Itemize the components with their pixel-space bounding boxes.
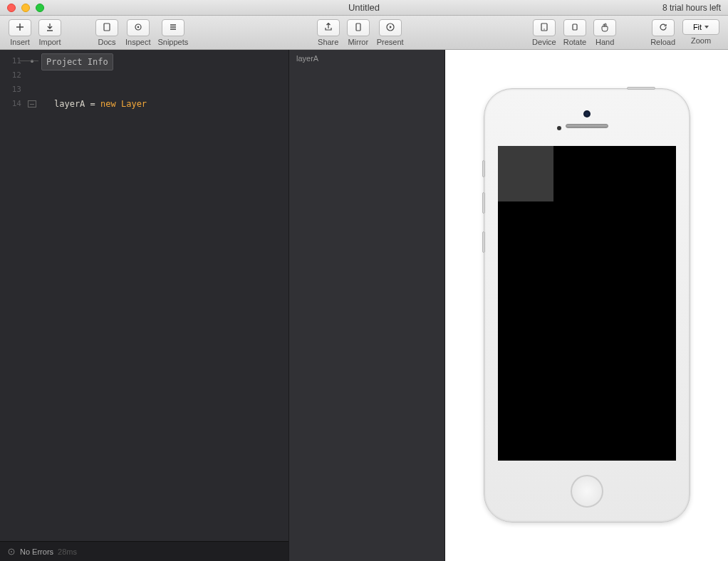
reload-icon: [658, 22, 668, 33]
play-icon: [385, 22, 395, 33]
import-label: Import: [38, 38, 61, 46]
import-button[interactable]: Import: [36, 19, 64, 46]
svg-point-4: [387, 23, 394, 31]
main-content: 11 12 13 14 Project Info la: [0, 50, 728, 561]
device-mute-switch: [482, 160, 485, 177]
hand-label: Hand: [596, 38, 614, 46]
fold-gutter: [24, 50, 40, 541]
device-home-button: [571, 475, 603, 508]
device-camera: [583, 110, 591, 117]
phone-icon: [353, 22, 363, 33]
device-speaker: [566, 124, 608, 128]
share-button[interactable]: Share: [314, 19, 343, 46]
code-variable: layerA: [54, 99, 85, 109]
share-icon: [323, 22, 333, 33]
device-button[interactable]: Device: [529, 19, 559, 46]
device-icon: [539, 22, 549, 33]
code-operator: =: [85, 99, 100, 109]
layer-item[interactable]: layerA: [289, 50, 444, 67]
mirror-button[interactable]: Mirror: [344, 19, 373, 46]
svg-point-1: [135, 24, 141, 30]
mirror-label: Mirror: [348, 38, 368, 46]
plus-icon: [15, 22, 25, 33]
zoom-value: Fit: [693, 23, 702, 31]
inspect-label: Inspect: [125, 38, 150, 46]
svg-rect-0: [104, 23, 110, 31]
docs-label: Docs: [98, 38, 115, 46]
preview-pane[interactable]: [445, 50, 728, 561]
chevron-down-icon: [704, 26, 709, 28]
snippets-label: Snippets: [157, 38, 188, 46]
device-label: Device: [532, 38, 556, 46]
reload-button[interactable]: Reload: [648, 19, 678, 46]
project-info-chip[interactable]: Project Info: [41, 53, 113, 70]
window-titlebar: Untitled 8 trial hours left: [0, 0, 728, 16]
snippets-button[interactable]: Snippets: [155, 19, 191, 46]
line-number-gutter: 11 12 13 14: [0, 50, 24, 541]
docs-button[interactable]: Docs: [93, 19, 121, 46]
status-bar: No Errors 28ms: [0, 541, 288, 561]
device-volume-down: [482, 231, 485, 253]
window-title: Untitled: [0, 2, 728, 13]
svg-point-6: [544, 28, 544, 29]
code-area[interactable]: Project Info layerA = new Layer: [40, 50, 288, 541]
device-frame: [484, 88, 690, 523]
download-icon: [45, 22, 55, 33]
device-volume-up: [482, 192, 485, 214]
reload-label: Reload: [650, 38, 675, 46]
zoom-select[interactable]: Fit Zoom: [680, 19, 722, 46]
device-screen[interactable]: [498, 146, 676, 461]
crosshair-icon: [7, 547, 16, 556]
present-label: Present: [377, 38, 404, 46]
rotate-label: Rotate: [563, 38, 586, 46]
trial-status: 8 trial hours left: [662, 3, 721, 13]
layer-panel: layerA: [288, 50, 445, 561]
code-editor[interactable]: 11 12 13 14 Project Info la: [0, 50, 288, 541]
svg-rect-5: [541, 23, 547, 31]
rotate-button[interactable]: Rotate: [561, 19, 589, 46]
errors-label: No Errors: [20, 547, 53, 556]
svg-rect-7: [573, 24, 577, 30]
present-button[interactable]: Present: [374, 19, 407, 46]
svg-point-9: [11, 551, 12, 552]
code-keyword: new: [100, 99, 121, 109]
timing-label: 28ms: [58, 547, 77, 556]
hand-icon: [600, 22, 610, 33]
insert-button[interactable]: Insert: [6, 19, 34, 46]
book-icon: [102, 22, 112, 33]
inspect-button[interactable]: Inspect: [123, 19, 153, 46]
rotate-icon: [570, 22, 580, 33]
preview-layer-a[interactable]: [498, 146, 553, 201]
svg-rect-3: [356, 23, 360, 31]
editor-pane: 11 12 13 14 Project Info la: [0, 50, 288, 561]
svg-point-8: [9, 549, 14, 555]
share-label: Share: [318, 38, 338, 46]
target-icon: [133, 22, 143, 33]
code-class: Layer: [121, 99, 147, 109]
fold-box-icon[interactable]: [28, 100, 36, 108]
device-sensor: [557, 126, 561, 130]
hand-button[interactable]: Hand: [591, 19, 619, 46]
toolbar: Insert Import Docs Inspect Snippets Shar…: [0, 16, 728, 50]
zoom-label: Zoom: [691, 36, 711, 45]
list-icon: [168, 22, 178, 33]
device-top: [484, 89, 690, 146]
insert-label: Insert: [10, 38, 30, 46]
svg-point-2: [137, 26, 139, 28]
